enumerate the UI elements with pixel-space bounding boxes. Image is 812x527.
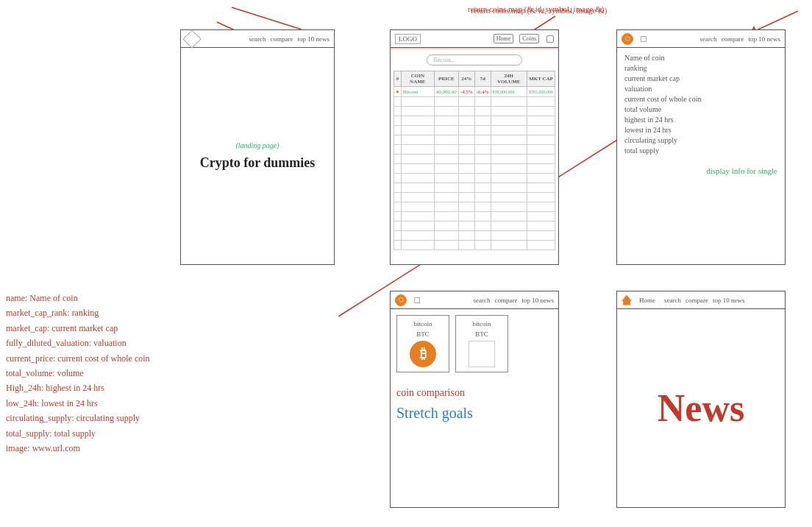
landing-nav-top10[interactable]: top 10 news [298, 35, 330, 43]
coin-search-input[interactable]: Bitcoin... [427, 54, 522, 66]
landing-wireframe: search compare top 10 news (landing page… [180, 29, 335, 265]
field-marketcap: market_cap: current market cap [6, 321, 344, 336]
news-home-icon [622, 295, 632, 305]
detail-small-icon [641, 36, 647, 42]
field-valuation: fully_diluted_valuation: valuation [6, 336, 344, 350]
coin2-name: bitcoin [473, 320, 491, 328]
compare-nav-search[interactable]: search [474, 297, 491, 304]
landing-header: search compare top 10 news [181, 30, 334, 48]
table-header-row: # COIN NAME PRICE 24% 7d 24H VOLUME MKT … [394, 71, 555, 87]
news-nav-compare[interactable]: compare [685, 297, 708, 304]
detail-item-marketcap: current market cap [624, 74, 777, 82]
field-volume: total_volume: volume [6, 366, 344, 381]
field-name: name: Name of coin [6, 291, 344, 305]
coins-table: # COIN NAME PRICE 24% 7d 24H VOLUME MKT … [393, 71, 555, 250]
table-row-6[interactable] [394, 135, 555, 145]
table-logo: LOGO [395, 34, 421, 44]
col-mktcap: MKT CAP [527, 71, 555, 87]
field-price: current_price: current cost of whole coi… [6, 351, 344, 366]
landing-title: Crypto for dummies [200, 155, 316, 171]
field-image: image: www.url.com [6, 441, 344, 456]
coin-cards-container: bitcoin BTC ₿ bitcoin BTC [396, 315, 552, 372]
table-nav-home[interactable]: Home [494, 34, 514, 43]
table-row-bitcoin[interactable]: ● Bitcoin 40,000.00 -4.5% -6.4% $38,000,… [394, 87, 555, 97]
table-row-12[interactable] [394, 193, 555, 202]
compare-label: coin comparison [396, 387, 552, 399]
stretch-label: Stretch goals [396, 405, 552, 422]
field-low24: low_24h: lowest in 24 hrs [6, 396, 344, 411]
detail-item-low24: lowest in 24 hrs [624, 126, 777, 134]
col-price: PRICE [434, 71, 458, 87]
detail-wireframe: ⬡ search compare top 10 news Name of coi… [616, 29, 786, 265]
col-rank: # [394, 71, 402, 87]
landing-nav-compare[interactable]: compare [271, 35, 293, 43]
detail-nav-top10[interactable]: top 10 news [749, 35, 781, 43]
cell-volume: $38,000,000 [491, 87, 527, 97]
cell-price: 40,000.00 [434, 87, 458, 97]
top-annotation: return coins.map (& id, symbol, image &) [468, 4, 604, 13]
compare-logo-icon: ⬡ [395, 294, 407, 306]
table-row-13[interactable] [394, 202, 555, 212]
detail-item-high24: highest in 24 hrs [624, 116, 777, 124]
table-row-7[interactable] [394, 145, 555, 155]
table-row-9[interactable] [394, 164, 555, 174]
table-wireframe: LOGO Home Coins Bitcoin... # COIN NAME P… [390, 29, 559, 265]
news-wireframe: Home search compare top 10 news News [616, 291, 786, 508]
compare-nav-compare[interactable]: compare [495, 297, 518, 304]
table-nav-coins[interactable]: Coins [519, 34, 539, 43]
compare-small-icon [414, 297, 420, 303]
cell-7d: -6.4% [474, 87, 491, 97]
table-header: LOGO Home Coins [391, 30, 558, 48]
detail-header: ⬡ search compare top 10 news [617, 30, 785, 48]
display-info-label: display info for single [617, 160, 785, 175]
news-nav-search[interactable]: search [664, 297, 681, 304]
table-menu-icon[interactable] [546, 35, 554, 43]
landing-logo-diamond [182, 29, 201, 48]
compare-header: ⬡ search compare top 10 news [391, 291, 558, 309]
coin-card-2[interactable]: bitcoin BTC [455, 315, 508, 372]
detail-item-circulating: circulating supply [624, 136, 777, 144]
field-total: total_supply: total supply [6, 426, 344, 441]
detail-logo-icon: ⬡ [622, 33, 633, 45]
landing-nav: search compare top 10 news [249, 35, 330, 43]
table-row-10[interactable] [394, 174, 555, 183]
landing-nav-search[interactable]: search [249, 35, 266, 43]
cell-rank: ● [394, 87, 402, 97]
coin-card-1[interactable]: bitcoin BTC ₿ [396, 315, 449, 372]
detail-item-ranking: ranking [624, 64, 777, 72]
detail-nav-compare[interactable]: compare [722, 35, 744, 43]
coin2-empty-icon [469, 341, 495, 367]
red-bar [391, 48, 558, 49]
detail-nav: search compare top 10 news [700, 35, 780, 43]
compare-nav-top10[interactable]: top 10 news [522, 297, 555, 304]
field-circulating: circulating_supply: circulating supply [6, 411, 344, 425]
news-nav-top10[interactable]: top 10 news [713, 297, 745, 304]
detail-item-volume: total volume [624, 105, 777, 113]
field-rank: market_cap_rank: ranking [6, 305, 344, 320]
col-volume: 24H VOLUME [491, 71, 527, 87]
news-body: News [617, 309, 785, 507]
table-row-16[interactable] [394, 231, 555, 241]
table-row-5[interactable] [394, 126, 555, 135]
table-row-15[interactable] [394, 222, 555, 231]
news-nav-home-label[interactable]: Home [639, 297, 655, 304]
table-row-11[interactable] [394, 183, 555, 193]
compare-nav: search compare top 10 news [474, 297, 554, 304]
detail-info-list: Name of coin ranking current market cap … [617, 48, 785, 160]
compare-body: bitcoin BTC ₿ bitcoin BTC coin compariso… [391, 309, 558, 428]
table-row-2[interactable] [394, 97, 555, 107]
table-row-14[interactable] [394, 212, 555, 222]
detail-nav-search[interactable]: search [700, 35, 717, 43]
table-row-4[interactable] [394, 116, 555, 126]
col-24h: 24% [458, 71, 474, 87]
col-name: COIN NAME [401, 71, 434, 87]
cell-24h: -4.5% [458, 87, 474, 97]
bitcoin-icon: ₿ [410, 341, 436, 367]
news-header: Home search compare top 10 news [617, 291, 785, 309]
table-row-3[interactable] [394, 107, 555, 116]
landing-subtitle: (landing page) [235, 141, 279, 149]
table-row-8[interactable] [394, 155, 555, 164]
table-row-17[interactable] [394, 241, 555, 250]
svg-line-2 [232, 7, 302, 29]
col-7d: 7d [474, 71, 491, 87]
